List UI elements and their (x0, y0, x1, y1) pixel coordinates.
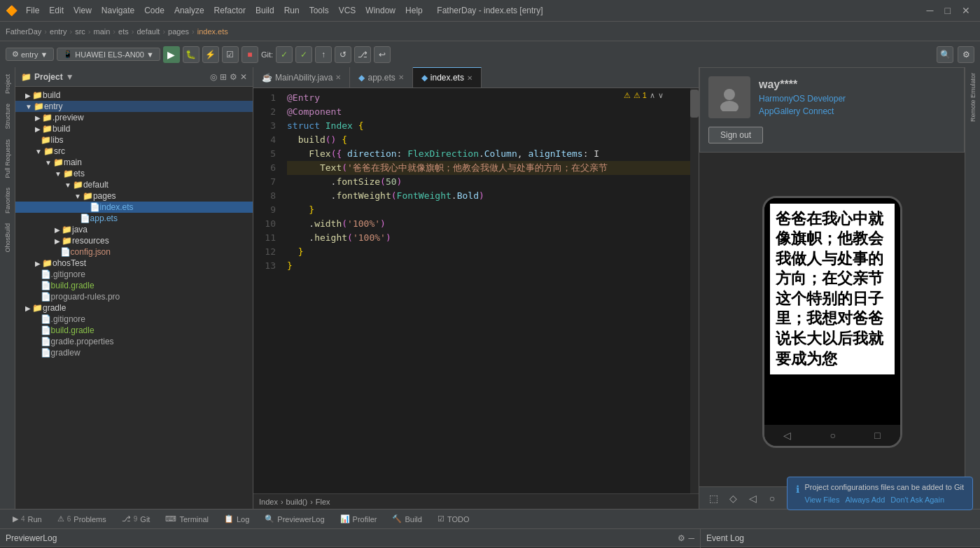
settings-icon[interactable]: ⚙ (958, 46, 974, 63)
menu-analyze[interactable]: Analyze (170, 4, 209, 17)
stop-button[interactable]: ■ (241, 46, 258, 63)
menu-file[interactable]: File (22, 4, 43, 17)
harmonyos-developer-link[interactable]: HarmonyOS Developer (759, 94, 846, 104)
tree-item-gitignore2[interactable]: 📄 .gitignore (15, 314, 253, 325)
tree-item-index-ets[interactable]: 📄 index.ets (15, 202, 253, 213)
tree-item-build[interactable]: ▶ 📁 build (15, 90, 253, 101)
tree-item-src[interactable]: ▼ 📁 src (15, 146, 253, 157)
tab-appets[interactable]: ◆ app.ets ✕ (350, 67, 412, 87)
tree-item-ets[interactable]: ▼ 📁 ets (15, 168, 253, 179)
tab-close-icon[interactable]: ✕ (467, 74, 472, 82)
home-icon[interactable]: ○ (830, 430, 836, 441)
maximize-button[interactable]: □ (941, 3, 955, 17)
always-add-link[interactable]: Always Add (845, 496, 885, 504)
screenshot-icon[interactable]: ⬚ (705, 490, 722, 507)
bottom-tab-run[interactable]: ▶ 4 Run (6, 512, 49, 526)
sidebar-item-remote-emulator[interactable]: Remote Emulator (968, 70, 978, 125)
tree-item-entry[interactable]: ▼ 📁 entry (15, 101, 253, 112)
bottom-tab-profiler[interactable]: 📊 Profiler (333, 512, 384, 526)
sidebar-item-structure[interactable]: Structure (3, 99, 13, 134)
git-revert-icon[interactable]: ↩ (374, 46, 391, 63)
bottom-tab-terminal[interactable]: ⌨ Terminal (158, 512, 216, 526)
locate-icon[interactable]: ◎ (210, 72, 217, 82)
menu-window[interactable]: Window (361, 4, 400, 17)
menu-navigate[interactable]: Navigate (97, 4, 139, 17)
search-everywhere-icon[interactable]: 🔍 (937, 46, 953, 63)
tree-item-build-gradle[interactable]: 📄 build.gradle (15, 280, 253, 291)
menu-help[interactable]: Help (401, 4, 427, 17)
breadcrumb-item[interactable]: pages (168, 27, 189, 36)
scrollbar-track[interactable] (690, 88, 699, 493)
breadcrumb-item[interactable]: entry (50, 27, 66, 36)
sidebar-item-project[interactable]: Project (3, 70, 13, 98)
tree-item-gradlew[interactable]: 📄 gradlew (15, 347, 253, 358)
git-history-icon[interactable]: ↺ (335, 46, 351, 63)
recents-icon[interactable]: □ (874, 430, 880, 441)
reload-icon[interactable]: ○ (764, 490, 780, 507)
breadcrumb-item[interactable]: FatherDay (6, 27, 41, 36)
minimize-button[interactable]: ─ (923, 3, 938, 17)
menu-code[interactable]: Code (140, 4, 169, 17)
bottom-tab-git[interactable]: ⎇ 9 Git (115, 512, 158, 526)
nav-up-icon[interactable]: ∧ (650, 91, 655, 100)
tree-item-ohostest[interactable]: ▶ 📁 ohosTest (15, 258, 253, 269)
view-files-link[interactable]: View Files (805, 496, 840, 504)
tab-mainability[interactable]: ☕ MainAbility.java ✕ (253, 67, 350, 87)
tree-item-config-json[interactable]: 📄 config.json (15, 246, 253, 258)
breadcrumb-item[interactable]: Index (259, 498, 278, 506)
tab-close-icon[interactable]: ✕ (335, 73, 341, 81)
settings-icon[interactable]: ⚙ (230, 72, 237, 82)
scrollbar-thumb[interactable] (690, 90, 699, 118)
code-editor[interactable]: @Entry @Component struct Index { build()… (281, 88, 699, 493)
tree-item-main[interactable]: ▼ 📁 main (15, 157, 253, 168)
appgallery-connect-link[interactable]: AppGallery Connect (759, 106, 846, 116)
debug-button[interactable]: 🐛 (183, 46, 200, 63)
minimize-icon[interactable]: ─ (688, 533, 694, 543)
breadcrumb-item[interactable]: main (94, 27, 111, 36)
bottom-tab-todo[interactable]: ☑ TODO (430, 512, 477, 526)
tree-item-gitignore[interactable]: 📄 .gitignore (15, 269, 253, 280)
git-commit-icon[interactable]: ✓ (276, 46, 293, 63)
close-panel-icon[interactable]: ✕ (240, 72, 247, 82)
breadcrumb-item[interactable]: default (136, 27, 160, 36)
menu-refactor[interactable]: Refactor (210, 4, 250, 17)
back-icon[interactable]: ◁ (783, 430, 791, 441)
close-button[interactable]: ✕ (958, 3, 974, 17)
menu-run[interactable]: Run (280, 4, 304, 17)
menu-vcs[interactable]: VCS (335, 4, 360, 17)
tab-close-icon[interactable]: ✕ (398, 73, 404, 81)
tree-item-build2[interactable]: ▶ 📁 build (15, 123, 253, 134)
tree-item-resources[interactable]: ▶ 📁 resources (15, 235, 253, 246)
sidebar-item-ohosbuild[interactable]: OhosBuild (3, 219, 13, 257)
menu-view[interactable]: View (69, 4, 96, 17)
tab-indexets[interactable]: ◆ index.ets ✕ (413, 67, 482, 87)
breadcrumb-item[interactable]: src (75, 27, 85, 36)
tree-item-libs[interactable]: 📁 libs (15, 134, 253, 146)
git-update-icon[interactable]: ↑ (315, 46, 332, 63)
git-push-icon[interactable]: ✓ (295, 46, 312, 63)
breadcrumb-item[interactable]: build() (286, 498, 308, 506)
run-button[interactable]: ▶ (163, 46, 180, 63)
bottom-tab-previewerlog[interactable]: 🔍 PreviewerLog (258, 512, 331, 526)
nav-down-icon[interactable]: ∨ (658, 91, 664, 100)
menu-tools[interactable]: Tools (305, 4, 333, 17)
breadcrumb-item[interactable]: ets (118, 27, 129, 36)
tree-item-pages[interactable]: ▼ 📁 pages (15, 190, 253, 202)
entry-selector[interactable]: ⚙ entry ▼ (6, 48, 54, 61)
dont-ask-again-link[interactable]: Don't Ask Again (890, 496, 944, 504)
profile-button[interactable]: ⚡ (202, 46, 219, 63)
tree-item-gradle[interactable]: ▶ 📁 gradle (15, 302, 253, 314)
rotate-icon[interactable]: ◇ (724, 490, 741, 507)
settings-icon[interactable]: ⚙ (678, 533, 685, 543)
sign-out-button[interactable]: Sign out (708, 127, 763, 143)
coverage-button[interactable]: ☑ (222, 46, 239, 63)
tree-item-java[interactable]: ▶ 📁 java (15, 224, 253, 235)
expand-icon[interactable]: ⊞ (220, 72, 227, 82)
tree-item-gradle-props[interactable]: 📄 gradle.properties (15, 336, 253, 347)
menu-build[interactable]: Build (251, 4, 279, 17)
tree-item-proguard[interactable]: 📄 proguard-rules.pro (15, 291, 253, 302)
tree-item-app-ets[interactable]: 📄 app.ets (15, 213, 253, 224)
breadcrumb-item[interactable]: Flex (316, 498, 330, 506)
git-branch-icon[interactable]: ⎇ (354, 46, 371, 63)
menu-edit[interactable]: Edit (45, 4, 68, 17)
